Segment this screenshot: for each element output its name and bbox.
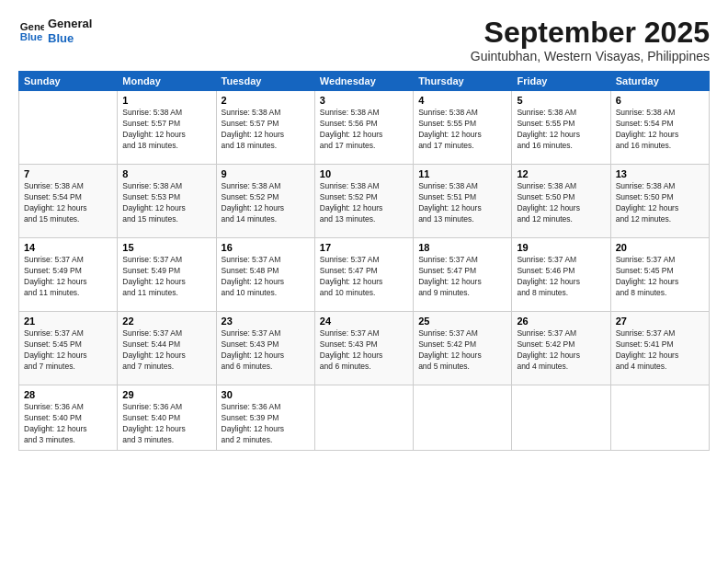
day-info: Sunrise: 5:38 AM Sunset: 5:55 PM Dayligh… — [418, 108, 506, 152]
calendar-cell: 20Sunrise: 5:37 AM Sunset: 5:45 PM Dayli… — [610, 238, 709, 312]
title-area: September 2025 Guintubhan, Western Visay… — [471, 17, 710, 63]
calendar-cell: 29Sunrise: 5:36 AM Sunset: 5:40 PM Dayli… — [118, 385, 216, 451]
day-info: Sunrise: 5:38 AM Sunset: 5:53 PM Dayligh… — [122, 181, 210, 225]
calendar-cell: 26Sunrise: 5:37 AM Sunset: 5:42 PM Dayli… — [512, 312, 610, 385]
day-number: 8 — [122, 168, 210, 179]
location-title: Guintubhan, Western Visayas, Philippines — [471, 49, 710, 63]
calendar-cell: 24Sunrise: 5:37 AM Sunset: 5:43 PM Dayli… — [314, 312, 413, 385]
calendar-cell: 14Sunrise: 5:37 AM Sunset: 5:49 PM Dayli… — [19, 238, 118, 312]
day-info: Sunrise: 5:38 AM Sunset: 5:57 PM Dayligh… — [222, 108, 310, 152]
calendar-cell: 19Sunrise: 5:37 AM Sunset: 5:46 PM Dayli… — [512, 238, 610, 312]
day-number: 6 — [616, 95, 704, 106]
day-info: Sunrise: 5:38 AM Sunset: 5:50 PM Dayligh… — [616, 181, 704, 225]
day-info: Sunrise: 5:38 AM Sunset: 5:50 PM Dayligh… — [517, 181, 605, 225]
day-info: Sunrise: 5:37 AM Sunset: 5:43 PM Dayligh… — [320, 328, 408, 373]
calendar-header-friday: Friday — [512, 72, 610, 91]
day-number: 3 — [320, 95, 408, 106]
day-info: Sunrise: 5:38 AM Sunset: 5:54 PM Dayligh… — [24, 181, 112, 225]
calendar-cell: 5Sunrise: 5:38 AM Sunset: 5:55 PM Daylig… — [512, 91, 610, 165]
day-info: Sunrise: 5:38 AM Sunset: 5:51 PM Dayligh… — [418, 181, 506, 225]
day-number: 24 — [320, 316, 408, 327]
day-number: 4 — [418, 95, 506, 106]
day-number: 15 — [122, 242, 210, 253]
calendar-cell: 15Sunrise: 5:37 AM Sunset: 5:49 PM Dayli… — [118, 238, 216, 312]
calendar-cell: 6Sunrise: 5:38 AM Sunset: 5:54 PM Daylig… — [610, 91, 709, 165]
day-info: Sunrise: 5:38 AM Sunset: 5:54 PM Dayligh… — [616, 108, 704, 152]
day-info: Sunrise: 5:38 AM Sunset: 5:55 PM Dayligh… — [517, 108, 605, 152]
header: General Blue General Blue September 2025… — [18, 17, 710, 63]
calendar-week-2: 7Sunrise: 5:38 AM Sunset: 5:54 PM Daylig… — [19, 165, 710, 238]
day-info: Sunrise: 5:37 AM Sunset: 5:47 PM Dayligh… — [418, 255, 506, 299]
logo-blue: Blue — [48, 31, 92, 46]
logo-general: General — [48, 17, 92, 31]
day-number: 13 — [616, 168, 704, 179]
day-info: Sunrise: 5:36 AM Sunset: 5:40 PM Dayligh… — [122, 402, 210, 446]
calendar-cell — [512, 385, 610, 451]
calendar-cell: 16Sunrise: 5:37 AM Sunset: 5:48 PM Dayli… — [216, 238, 314, 312]
day-number: 28 — [24, 389, 112, 400]
logo-icon: General Blue — [18, 18, 44, 44]
day-info: Sunrise: 5:37 AM Sunset: 5:49 PM Dayligh… — [24, 255, 112, 299]
calendar-cell: 21Sunrise: 5:37 AM Sunset: 5:45 PM Dayli… — [19, 312, 118, 385]
day-info: Sunrise: 5:37 AM Sunset: 5:43 PM Dayligh… — [222, 328, 310, 373]
calendar-cell: 10Sunrise: 5:38 AM Sunset: 5:52 PM Dayli… — [314, 165, 413, 238]
day-number: 12 — [517, 168, 605, 179]
svg-text:Blue: Blue — [20, 30, 43, 41]
calendar-header-sunday: Sunday — [19, 72, 118, 91]
day-number: 10 — [320, 168, 408, 179]
day-number: 30 — [222, 389, 310, 400]
calendar-cell: 12Sunrise: 5:38 AM Sunset: 5:50 PM Dayli… — [512, 165, 610, 238]
calendar-cell: 25Sunrise: 5:37 AM Sunset: 5:42 PM Dayli… — [414, 312, 512, 385]
calendar-header-monday: Monday — [118, 72, 216, 91]
day-number: 11 — [418, 168, 506, 179]
calendar-cell: 27Sunrise: 5:37 AM Sunset: 5:41 PM Dayli… — [610, 312, 709, 385]
day-number: 23 — [222, 316, 310, 327]
day-info: Sunrise: 5:37 AM Sunset: 5:49 PM Dayligh… — [122, 255, 210, 299]
day-info: Sunrise: 5:37 AM Sunset: 5:47 PM Dayligh… — [320, 255, 408, 299]
calendar-header-wednesday: Wednesday — [314, 72, 413, 91]
calendar-cell: 13Sunrise: 5:38 AM Sunset: 5:50 PM Dayli… — [610, 165, 709, 238]
calendar-cell: 4Sunrise: 5:38 AM Sunset: 5:55 PM Daylig… — [414, 91, 512, 165]
calendar-week-3: 14Sunrise: 5:37 AM Sunset: 5:49 PM Dayli… — [19, 238, 710, 312]
day-info: Sunrise: 5:36 AM Sunset: 5:40 PM Dayligh… — [24, 402, 112, 446]
calendar-cell: 28Sunrise: 5:36 AM Sunset: 5:40 PM Dayli… — [19, 385, 118, 451]
calendar-week-5: 28Sunrise: 5:36 AM Sunset: 5:40 PM Dayli… — [19, 385, 710, 451]
day-number: 14 — [24, 242, 112, 253]
day-number: 29 — [122, 389, 210, 400]
calendar-cell: 18Sunrise: 5:37 AM Sunset: 5:47 PM Dayli… — [414, 238, 512, 312]
page: General Blue General Blue September 2025… — [0, 0, 728, 563]
calendar-table: SundayMondayTuesdayWednesdayThursdayFrid… — [18, 71, 710, 451]
day-info: Sunrise: 5:37 AM Sunset: 5:46 PM Dayligh… — [517, 255, 605, 299]
day-info: Sunrise: 5:37 AM Sunset: 5:45 PM Dayligh… — [616, 255, 704, 299]
day-info: Sunrise: 5:38 AM Sunset: 5:56 PM Dayligh… — [320, 108, 408, 152]
day-number: 9 — [222, 168, 310, 179]
day-number: 7 — [24, 168, 112, 179]
day-number: 21 — [24, 316, 112, 327]
calendar-week-1: 1Sunrise: 5:38 AM Sunset: 5:57 PM Daylig… — [19, 91, 710, 165]
day-number: 5 — [517, 95, 605, 106]
calendar-cell — [414, 385, 512, 451]
day-number: 17 — [320, 242, 408, 253]
calendar-cell: 1Sunrise: 5:38 AM Sunset: 5:57 PM Daylig… — [118, 91, 216, 165]
calendar-cell — [314, 385, 413, 451]
day-number: 25 — [418, 316, 506, 327]
calendar-cell: 11Sunrise: 5:38 AM Sunset: 5:51 PM Dayli… — [414, 165, 512, 238]
day-number: 16 — [222, 242, 310, 253]
day-info: Sunrise: 5:38 AM Sunset: 5:52 PM Dayligh… — [222, 181, 310, 225]
calendar-cell: 3Sunrise: 5:38 AM Sunset: 5:56 PM Daylig… — [314, 91, 413, 165]
day-info: Sunrise: 5:37 AM Sunset: 5:48 PM Dayligh… — [222, 255, 310, 299]
day-info: Sunrise: 5:38 AM Sunset: 5:57 PM Dayligh… — [122, 108, 210, 152]
day-number: 1 — [122, 95, 210, 106]
calendar-cell — [610, 385, 709, 451]
calendar-cell: 7Sunrise: 5:38 AM Sunset: 5:54 PM Daylig… — [19, 165, 118, 238]
day-info: Sunrise: 5:37 AM Sunset: 5:42 PM Dayligh… — [517, 328, 605, 373]
day-info: Sunrise: 5:37 AM Sunset: 5:42 PM Dayligh… — [418, 328, 506, 373]
day-number: 26 — [517, 316, 605, 327]
month-title: September 2025 — [471, 17, 710, 49]
calendar-cell: 2Sunrise: 5:38 AM Sunset: 5:57 PM Daylig… — [216, 91, 314, 165]
calendar-cell: 8Sunrise: 5:38 AM Sunset: 5:53 PM Daylig… — [118, 165, 216, 238]
calendar-header-tuesday: Tuesday — [216, 72, 314, 91]
day-number: 2 — [222, 95, 310, 106]
calendar-cell: 23Sunrise: 5:37 AM Sunset: 5:43 PM Dayli… — [216, 312, 314, 385]
day-info: Sunrise: 5:38 AM Sunset: 5:52 PM Dayligh… — [320, 181, 408, 225]
